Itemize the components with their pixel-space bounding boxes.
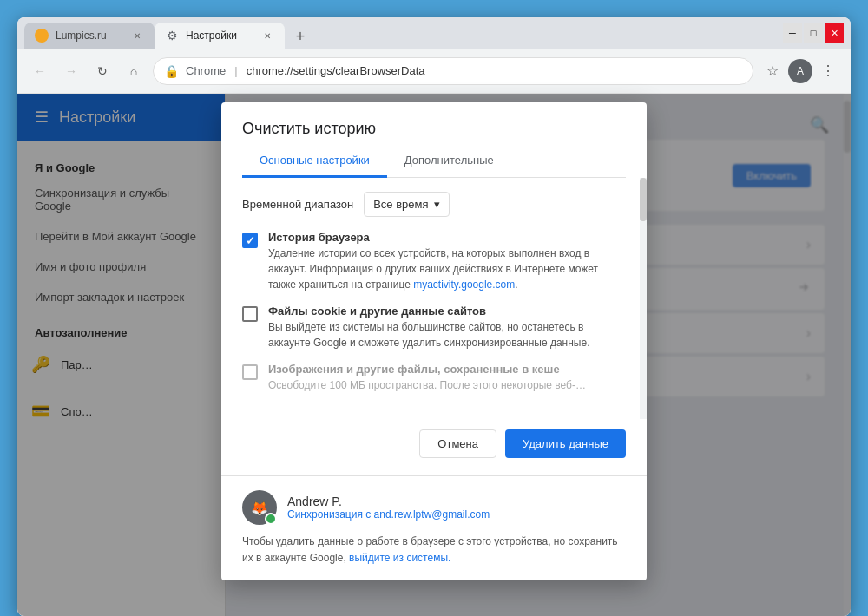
time-range-arrow: ▾: [434, 198, 440, 211]
forward-button[interactable]: →: [59, 59, 83, 83]
profile-button[interactable]: A: [788, 59, 812, 83]
dialog-tabs: Основные настройки Дополнительные: [242, 145, 626, 178]
clear-history-dialog: Очистить историю Основные настройки Допо…: [221, 102, 647, 580]
url-separator: |: [234, 64, 237, 77]
time-range-value: Все время: [373, 198, 428, 211]
home-icon: ⌂: [130, 64, 137, 78]
cache-item: Изображения и другие файлы, сохраненные …: [242, 363, 626, 393]
cache-item-content: Изображения и другие файлы, сохраненные …: [268, 363, 586, 393]
user-avatar: 🦊: [242, 490, 277, 525]
toolbar-right: ☆ A ⋮: [760, 59, 840, 83]
cookies-desc: Вы выйдете из системы на большинстве сай…: [268, 319, 626, 351]
history-checkbox[interactable]: ✓: [242, 233, 258, 248]
modal-overlay: Очистить историю Основные настройки Допо…: [17, 94, 851, 616]
user-profile-section: 🦊 Andrew P. Синхронизация с and.rew.lptw…: [221, 475, 647, 580]
user-info: Andrew P. Синхронизация с and.rew.lptw@g…: [287, 495, 490, 521]
history-desc: Удаление истории со всех устройств, на к…: [268, 246, 626, 292]
settings-favicon: ⚙: [165, 29, 179, 43]
dialog-body: Временной диапазон Все время ▾ ✓ История…: [221, 178, 647, 419]
user-sync-text: Синхронизация с and.rew.lptw@gmail.com: [287, 508, 490, 521]
history-item-content: История браузера Удаление истории со все…: [268, 231, 626, 292]
cookies-item-content: Файлы cookie и другие данные сайтов Вы в…: [268, 305, 626, 351]
tab-lumpics-label: Lumpics.ru: [56, 29, 123, 42]
url-chrome-text: Chrome: [186, 64, 226, 77]
history-title: История браузера: [268, 231, 626, 244]
bookmark-button[interactable]: ☆: [760, 59, 785, 83]
tab-advanced-settings[interactable]: Дополнительные: [387, 145, 511, 178]
reload-button[interactable]: ↻: [90, 59, 115, 83]
secure-icon: 🔒: [164, 64, 179, 78]
window-controls: ─ □ ✕: [783, 23, 844, 43]
menu-icon: ⋮: [821, 62, 835, 79]
dialog-header: Очистить историю Основные настройки Допо…: [221, 102, 647, 178]
dialog-footer: Отмена Удалить данные: [221, 419, 647, 475]
close-button[interactable]: ✕: [825, 23, 844, 43]
page-content: ☰ Настройки Я и Google Синхронизация и с…: [17, 94, 851, 616]
reload-icon: ↻: [97, 64, 108, 78]
tab-bar: Lumpics.ru ✕ ⚙ Настройки ✕ +: [24, 17, 312, 49]
bookmark-icon: ☆: [766, 62, 779, 79]
cache-checkbox[interactable]: [242, 364, 258, 380]
back-icon: ←: [34, 64, 46, 78]
profile-icon: A: [797, 65, 804, 77]
history-item: ✓ История браузера Удаление истории со в…: [242, 231, 626, 292]
back-button[interactable]: ←: [28, 59, 52, 83]
maximize-button[interactable]: □: [804, 23, 823, 43]
new-tab-button[interactable]: +: [288, 24, 312, 49]
time-range-label: Временной диапазон: [242, 198, 353, 211]
tab-settings[interactable]: ⚙ Настройки ✕: [155, 23, 285, 49]
user-avatar-icon: 🦊: [251, 500, 268, 516]
cache-desc: Освободите 100 МБ пространства. После эт…: [268, 377, 586, 393]
address-bar: ← → ↻ ⌂ 🔒 Chrome | chrome://settings/cle…: [17, 49, 851, 94]
tab-settings-label: Настройки: [186, 29, 253, 42]
browser-window: Lumpics.ru ✕ ⚙ Настройки ✕ + ─ □ ✕ ← → ↻: [17, 17, 851, 616]
tab-basic-settings[interactable]: Основные настройки: [242, 145, 387, 178]
user-name: Andrew P.: [287, 495, 490, 508]
minimize-button[interactable]: ─: [783, 23, 802, 43]
dialog-scrollbar-thumb[interactable]: [640, 178, 647, 221]
signout-link[interactable]: выйдите из системы.: [349, 552, 450, 564]
lumpics-favicon: [35, 29, 49, 43]
tab-lumpics-close[interactable]: ✕: [130, 29, 144, 43]
url-path: chrome://settings/clearBrowserData: [247, 64, 425, 77]
title-bar: Lumpics.ru ✕ ⚙ Настройки ✕ + ─ □ ✕: [17, 17, 851, 49]
home-button[interactable]: ⌂: [122, 59, 146, 83]
cookies-title: Файлы cookie и другие данные сайтов: [268, 305, 626, 318]
delete-button[interactable]: Удалить данные: [505, 429, 626, 458]
url-bar[interactable]: 🔒 Chrome | chrome://settings/clearBrowse…: [153, 57, 753, 85]
time-range-select[interactable]: Все время ▾: [364, 192, 449, 217]
myactivity-link[interactable]: myactivity.google.com: [413, 279, 515, 291]
checkmark-icon: ✓: [246, 234, 255, 247]
user-row: 🦊 Andrew P. Синхронизация с and.rew.lptw…: [242, 490, 626, 525]
cache-title: Изображения и другие файлы, сохраненные …: [268, 363, 586, 376]
menu-button[interactable]: ⋮: [816, 59, 840, 83]
dialog-title: Очистить историю: [242, 120, 626, 138]
forward-icon: →: [65, 64, 77, 78]
cancel-button[interactable]: Отмена: [419, 429, 496, 458]
bottom-text: Чтобы удалить данные о работе в браузере…: [242, 534, 626, 567]
cookies-item: Файлы cookie и другие данные сайтов Вы в…: [242, 305, 626, 351]
cookies-checkbox[interactable]: [242, 306, 258, 322]
time-range-row: Временной диапазон Все время ▾: [242, 192, 626, 217]
user-sync-badge: [265, 513, 277, 525]
dialog-scrollbar-track[interactable]: [640, 178, 647, 419]
tab-settings-close[interactable]: ✕: [260, 29, 274, 43]
tab-lumpics[interactable]: Lumpics.ru ✕: [24, 23, 155, 49]
